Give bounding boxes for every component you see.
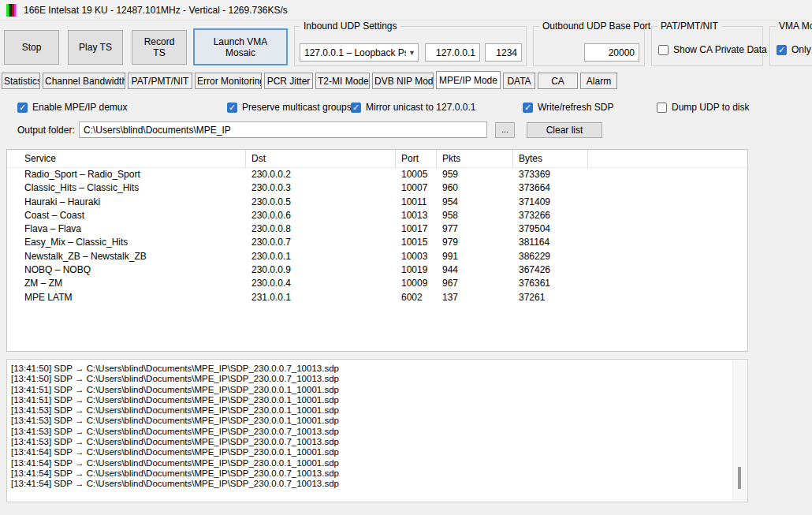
cell-dst: 230.0.0.9	[246, 263, 396, 277]
checkbox-icon[interactable]	[523, 103, 533, 113]
cell-port: 10009	[396, 277, 437, 290]
cell-bytes: 386229	[513, 250, 588, 263]
table-row[interactable]: ZM – ZM 230.0.0.4 10009 967 376361	[7, 277, 747, 290]
window-title: 166E Intelsat 19 KU - 12487.101MHz - Ver…	[24, 5, 288, 16]
cell-bytes: 381164	[513, 236, 588, 249]
only-ex-option[interactable]: Only ex	[777, 44, 812, 55]
table-row[interactable]: Coast – Coast 230.0.0.6 10013 958 373266	[7, 209, 747, 222]
tab[interactable]: DATA	[503, 73, 535, 89]
cell-service: Easy_Mix – Classic_Hits	[7, 236, 246, 249]
tab[interactable]: Error Monitoring	[195, 73, 262, 89]
cell-port: 10003	[396, 250, 437, 263]
checkbox-icon[interactable]	[227, 103, 237, 113]
tab[interactable]: Alarm	[580, 73, 617, 89]
tab[interactable]: PAT/PMT/NIT	[128, 73, 192, 89]
cell-port: 10011	[396, 196, 437, 209]
log-line: [13:41:53] SDP → C:\Users\blind\Document…	[11, 416, 733, 426]
log-line: [13:41:54] SDP → C:\Users\blind\Document…	[11, 447, 733, 457]
inbound-interface-value: 127.0.0.1 – Loopback Pse	[304, 47, 406, 58]
tab[interactable]: Channel Bandwidth	[43, 73, 125, 89]
option-checkbox[interactable]: Mirror unicast to 127.0.0.1	[351, 102, 475, 113]
log-scrollbar[interactable]	[732, 360, 747, 501]
table-row[interactable]: Flava – Flava 230.0.0.8 10017 977 379504	[7, 222, 747, 236]
table-row[interactable]: NOBQ – NOBQ 230.0.0.9 10019 944 367426	[7, 263, 747, 277]
cell-bytes: 379504	[513, 222, 588, 236]
cell-pkts: 991	[437, 250, 513, 263]
outbound-base-port-input[interactable]	[584, 43, 639, 62]
launch-vma-mosaic-button[interactable]: Launch VMA Mosaic	[193, 28, 288, 65]
column-header-port[interactable]: Port	[396, 150, 437, 167]
table-row[interactable]: Easy_Mix – Classic_Hits 230.0.0.7 10015 …	[7, 236, 747, 249]
pat-pmt-nit-label: PAT/PMT/NIT	[657, 21, 721, 32]
stop-button[interactable]: Stop	[4, 30, 59, 65]
cell-dst: 230.0.0.8	[246, 222, 396, 236]
play-ts-button[interactable]: Play TS	[68, 30, 123, 65]
service-table: Service Dst Port Pkts Bytes Radio_Sport …	[6, 149, 748, 352]
app-window: 166E Intelsat 19 KU - 12487.101MHz - Ver…	[0, 0, 812, 515]
checkbox-icon[interactable]	[17, 103, 28, 113]
cell-bytes: 373266	[513, 209, 588, 222]
colorbar-app-icon	[6, 4, 17, 17]
cell-bytes: 367426	[513, 263, 588, 277]
checkbox-icon[interactable]	[658, 45, 669, 55]
tab[interactable]: PCR Jitter	[264, 73, 313, 89]
table-row[interactable]: Hauraki – Hauraki 230.0.0.5 10011 954 37…	[7, 196, 747, 209]
record-ts-button[interactable]: Record TS	[132, 30, 187, 65]
option-checkbox[interactable]: Enable MPE/IP demux	[17, 102, 128, 113]
show-ca-private-data-option[interactable]: Show CA Private Data	[658, 44, 767, 55]
column-header-bytes[interactable]: Bytes	[513, 150, 588, 167]
log-line: [13:41:54] SDP → C:\Users\blind\Document…	[11, 468, 733, 479]
option-checkbox[interactable]: Preserve multicast groups	[227, 102, 352, 113]
tab[interactable]: DVB NIP Mode	[372, 73, 434, 89]
cell-dst: 230.0.0.4	[246, 277, 396, 290]
tab-strip: Statistics Channel Bandwidth PAT/PMT/NIT…	[2, 71, 617, 89]
cell-dst: 230.0.0.2	[246, 168, 396, 181]
checkbox-icon[interactable]	[657, 103, 667, 113]
table-row[interactable]: Newstalk_ZB – Newstalk_ZB 230.0.0.1 1000…	[7, 250, 747, 263]
tab[interactable]: T2-MI Mode	[315, 73, 370, 89]
option-checkbox[interactable]: Write/refresh SDP	[523, 102, 613, 113]
column-header-dst[interactable]: Dst	[246, 150, 396, 167]
vma-mosaic-label: VMA Mosa	[776, 21, 812, 32]
tab[interactable]: CA	[538, 73, 578, 89]
cell-service: Flava – Flava	[7, 222, 246, 236]
only-ex-label: Only ex	[792, 44, 812, 55]
cell-pkts: 944	[437, 263, 513, 277]
option-checkbox[interactable]: Dump UDP to disk	[657, 102, 749, 113]
option-label: Dump UDP to disk	[672, 102, 749, 113]
inbound-interface-select[interactable]: 127.0.0.1 – Loopback Pse ▼	[300, 43, 419, 62]
tab[interactable]: MPE/IP Mode	[436, 71, 501, 89]
log-line: [13:41:51] SDP → C:\Users\blind\Document…	[11, 385, 733, 395]
browse-folder-button[interactable]: ...	[495, 122, 515, 138]
cell-port: 10019	[396, 263, 437, 277]
checkbox-icon[interactable]	[351, 103, 361, 113]
cell-dst: 230.0.0.5	[246, 196, 396, 209]
cell-service: Newstalk_ZB – Newstalk_ZB	[7, 250, 246, 263]
mpe-ip-mode-panel: Enable MPE/IP demux Preserve multicast g…	[0, 89, 812, 515]
scrollbar-thumb[interactable]	[738, 467, 741, 489]
cell-bytes: 371409	[513, 196, 588, 209]
inbound-ip-input[interactable]	[425, 43, 480, 62]
cell-bytes: 376361	[513, 277, 588, 290]
output-folder-label: Output folder:	[17, 125, 75, 136]
clear-list-button[interactable]: Clear list	[527, 122, 602, 138]
column-header-service[interactable]: Service	[7, 150, 246, 167]
table-row[interactable]: Classic_Hits – Classic_Hits 230.0.0.3 10…	[7, 181, 747, 195]
cell-service: Coast – Coast	[7, 209, 246, 222]
table-row[interactable]: MPE LATM 231.0.0.1 6002 137 37261	[7, 291, 747, 304]
cell-port: 10005	[396, 168, 437, 181]
table-row[interactable]: Radio_Sport – Radio_Sport 230.0.0.2 1000…	[7, 168, 747, 181]
cell-port: 10015	[396, 236, 437, 249]
inbound-port-input[interactable]	[485, 43, 522, 62]
output-folder-input[interactable]	[79, 121, 487, 138]
cell-dst: 231.0.0.1	[246, 291, 396, 304]
pat-pmt-nit-group: PAT/PMT/NIT Show CA Private Data	[651, 26, 763, 66]
column-header-pkts[interactable]: Pkts	[437, 150, 513, 167]
checkbox-icon[interactable]	[777, 45, 787, 55]
cell-port: 10017	[396, 222, 437, 236]
column-header-filler	[588, 150, 747, 167]
log-line: [13:41:53] SDP → C:\Users\blind\Document…	[11, 427, 733, 437]
cell-pkts: 979	[437, 236, 513, 249]
tab[interactable]: Statistics	[2, 73, 40, 89]
cell-service: Hauraki – Hauraki	[7, 196, 246, 209]
